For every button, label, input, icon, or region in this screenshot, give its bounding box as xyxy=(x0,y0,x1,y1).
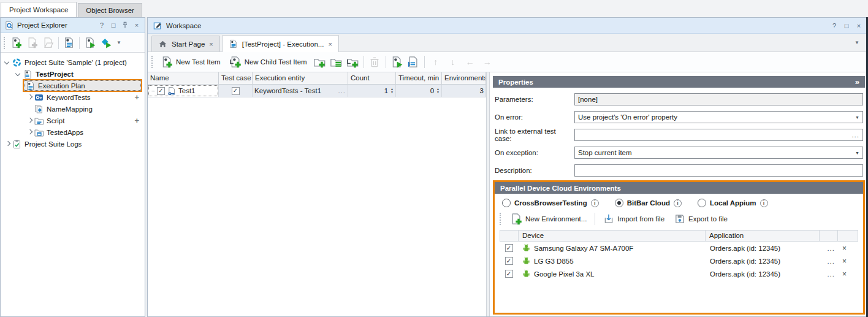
table-row[interactable]: ✓ Test1 ✓ KeywordTests - Test1 ... 1 ▲▼ xyxy=(148,85,486,97)
timeout-spinner[interactable]: ▲▼ xyxy=(436,88,440,94)
table-row[interactable]: ✓ Google Pixel 3a XL Orders.apk (id: 123… xyxy=(500,267,858,280)
device-checkbox[interactable]: ✓ xyxy=(505,257,513,265)
tree-item-script[interactable]: Script + xyxy=(1,115,145,126)
column-header-name[interactable]: Name xyxy=(148,72,219,84)
spin-down-icon[interactable]: ▼ xyxy=(436,91,440,94)
column-header-environments[interactable]: Environments xyxy=(442,72,486,84)
info-icon[interactable]: i xyxy=(591,199,599,207)
run-selected-button[interactable] xyxy=(390,55,404,69)
on-exception-dropdown[interactable]: Stop current item▼ xyxy=(574,147,863,159)
dropdown-arrow-icon[interactable]: ▼ xyxy=(855,151,859,155)
info-icon[interactable]: i xyxy=(674,199,682,207)
chevron-right-icon[interactable] xyxy=(26,94,34,101)
chevron-right-icon[interactable] xyxy=(26,117,34,124)
organize-tests-button[interactable] xyxy=(62,36,76,50)
new-child-test-item-button[interactable]: New Child Test Item xyxy=(226,55,310,69)
tab-execution-plan[interactable]: [TestProject] - Execution... × xyxy=(222,35,339,52)
column-header-application[interactable]: Application xyxy=(706,231,820,241)
tab-project-workspace[interactable]: Project Workspace xyxy=(1,2,77,17)
move-right-button[interactable]: → xyxy=(480,57,495,67)
test-case-checkbox[interactable]: ✓ xyxy=(232,87,240,95)
collapse-panel-icon[interactable]: » xyxy=(855,77,859,86)
table-row[interactable]: ✓ Samsung Galaxy A7 SM-A700F Orders.apk … xyxy=(500,242,858,254)
tree-item-testproject[interactable]: TestProject xyxy=(1,68,145,80)
add-keyword-test-button[interactable]: + xyxy=(134,93,139,102)
device-checkbox[interactable]: ✓ xyxy=(505,244,513,252)
column-header-timeout[interactable]: Timeout, min xyxy=(396,72,442,84)
edit-environment-button[interactable]: ... xyxy=(827,245,835,252)
count-spinner[interactable]: ▲▼ xyxy=(390,88,394,94)
on-error-dropdown[interactable]: Use project's 'On error' property▼ xyxy=(574,111,863,123)
maximize-button[interactable]: □ xyxy=(109,21,118,29)
spin-down-icon[interactable]: ▼ xyxy=(390,91,394,94)
maximize-button[interactable]: □ xyxy=(842,21,851,30)
dropdown-arrow-icon[interactable]: ▼ xyxy=(855,115,859,120)
group-items-button[interactable] xyxy=(329,55,343,69)
edit-environment-button[interactable]: ... xyxy=(827,270,835,278)
toolbar-grip[interactable] xyxy=(151,56,154,68)
new-environment-button[interactable]: New Environment... xyxy=(507,212,590,226)
chevron-down-icon[interactable] xyxy=(15,71,23,78)
info-icon[interactable]: i xyxy=(760,199,768,207)
toolbar-grip[interactable] xyxy=(4,37,6,49)
chevron-down-icon[interactable] xyxy=(4,59,12,66)
remove-environment-button[interactable]: × xyxy=(842,270,847,278)
run-options-dropdown[interactable]: ▼ xyxy=(115,40,123,45)
move-down-button[interactable]: ↓ xyxy=(446,57,460,67)
help-button[interactable]: ? xyxy=(830,21,839,30)
name-cell[interactable]: ✓ Test1 xyxy=(148,85,219,97)
radio-selected-icon[interactable] xyxy=(615,199,623,207)
remove-environment-button[interactable]: × xyxy=(842,244,847,253)
radio-icon[interactable] xyxy=(502,199,511,207)
column-header-test-case[interactable]: Test case xyxy=(219,72,253,84)
move-left-button[interactable]: ← xyxy=(463,57,478,67)
tree-item-project-suite-logs[interactable]: Project Suite Logs xyxy=(1,138,145,150)
new-file-button[interactable] xyxy=(25,36,39,50)
close-button[interactable]: × xyxy=(132,21,141,29)
chevron-right-icon[interactable] xyxy=(4,140,12,148)
run-project-suite-button[interactable] xyxy=(99,36,113,50)
run-project-button[interactable] xyxy=(83,36,97,50)
tab-list-dropdown-icon[interactable]: ▼ xyxy=(855,40,859,45)
description-input[interactable] xyxy=(574,164,863,177)
close-button[interactable]: × xyxy=(855,21,863,30)
add-new-item-button[interactable] xyxy=(9,36,23,50)
radio-local-appium[interactable]: Local Appium i xyxy=(698,199,768,207)
tree-item-project-suite[interactable]: Project Suite 'Sample' (1 project) xyxy=(1,56,145,68)
radio-icon[interactable] xyxy=(698,199,706,207)
enabled-checkbox[interactable]: ✓ xyxy=(157,87,165,95)
radio-bitbar-cloud[interactable]: BitBar Cloud i xyxy=(615,199,682,207)
edit-environment-button[interactable]: ... xyxy=(827,258,835,265)
close-tab-icon[interactable]: × xyxy=(209,40,213,48)
execution-plan-selection[interactable]: Execution Plan xyxy=(23,79,142,92)
tab-start-page[interactable]: Start Page × xyxy=(151,36,220,52)
toolbar-grip[interactable] xyxy=(500,213,502,225)
export-to-file-button[interactable]: Export to file xyxy=(671,212,731,226)
parameters-input[interactable]: [none] xyxy=(574,93,863,105)
table-row[interactable]: ✓ LG G3 D855 Orders.apk (id: 12345) ... … xyxy=(500,254,858,267)
column-header-device[interactable]: Device xyxy=(519,231,706,241)
test-case-cell[interactable]: ✓ xyxy=(219,85,253,97)
tree-item-keywordtests[interactable]: KeywordTests + xyxy=(1,91,145,103)
tree-item-namemapping[interactable]: NameMapping xyxy=(1,103,145,115)
remove-environment-button[interactable]: × xyxy=(842,257,847,265)
tree-item-execution-plan[interactable]: Execution Plan xyxy=(1,80,145,91)
tree-item-testedapps[interactable]: TestedApps xyxy=(1,126,145,138)
pin-icon[interactable] xyxy=(121,21,129,29)
new-child-group-button[interactable] xyxy=(346,55,360,69)
tab-object-browser[interactable]: Object Browser xyxy=(78,3,142,17)
new-test-item-button[interactable]: New Test Item xyxy=(158,55,224,69)
close-tab-icon[interactable]: × xyxy=(328,40,332,48)
open-file-button[interactable] xyxy=(41,36,55,50)
new-group-button[interactable] xyxy=(313,55,327,69)
timeout-cell[interactable]: 0 ▲▼ xyxy=(396,85,442,97)
radio-crossbrowsertesting[interactable]: CrossBrowserTesting i xyxy=(502,199,599,207)
browse-button[interactable]: ... xyxy=(851,131,859,139)
count-cell[interactable]: 1 ▲▼ xyxy=(348,85,396,97)
execution-entity-cell[interactable]: KeywordTests - Test1 ... xyxy=(253,85,348,97)
run-from-selected-button[interactable] xyxy=(406,55,421,69)
ellipsis-button[interactable]: ... xyxy=(338,87,346,94)
column-header-count[interactable]: Count xyxy=(348,72,396,84)
device-checkbox[interactable]: ✓ xyxy=(505,270,513,278)
chevron-right-icon[interactable] xyxy=(26,129,34,136)
